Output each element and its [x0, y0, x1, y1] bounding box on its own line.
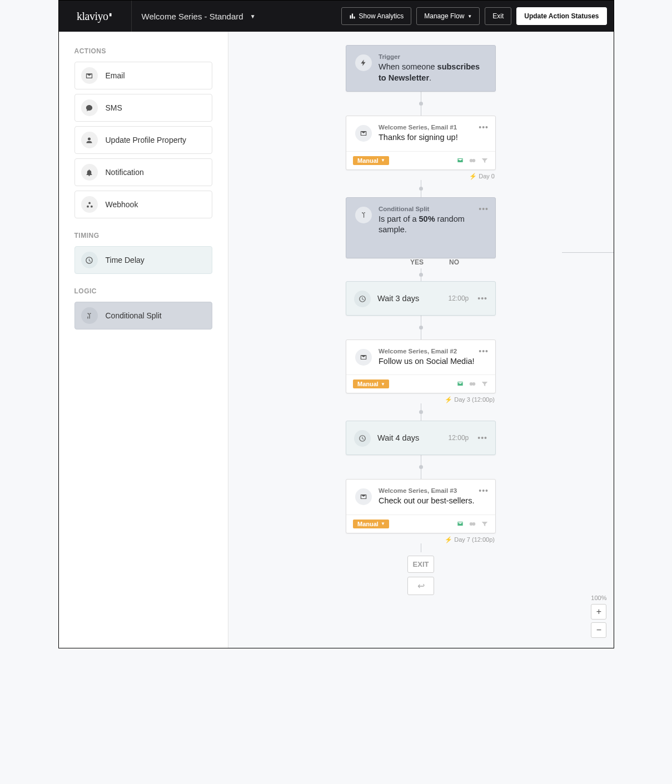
palette-conditional-split-label: Conditional Split [106, 311, 162, 320]
split-tag: Conditional Split [379, 206, 485, 212]
svg-point-8 [472, 522, 475, 526]
card-menu-button[interactable]: ••• [477, 433, 487, 442]
bell-icon [81, 164, 98, 181]
email-icon [355, 125, 372, 142]
zoom-controls: 100% + − [591, 595, 606, 638]
ab-test-icon [469, 157, 476, 164]
card-menu-button[interactable]: ••• [479, 123, 489, 132]
update-statuses-label: Update Action Statuses [524, 12, 599, 20]
time-delay-card-1[interactable]: Wait 3 days 12:00p ••• [346, 281, 496, 316]
card-menu-button[interactable]: ••• [479, 347, 489, 356]
webhook-icon [81, 196, 98, 213]
card-menu-button[interactable]: ••• [479, 486, 489, 495]
split-text: Is part of a 50% random sample. [379, 214, 485, 236]
split-icon [81, 307, 98, 324]
email3-tag: Welcome Series, Email #3 [379, 487, 474, 494]
zoom-level: 100% [591, 595, 606, 601]
manage-flow-button[interactable]: Manage Flow ▼ [416, 7, 480, 25]
palette-sms-label: SMS [106, 103, 122, 112]
svg-rect-0 [350, 16, 351, 19]
yes-label: YES [410, 258, 424, 266]
palette-notification-label: Notification [106, 168, 144, 177]
exit-button[interactable]: Exit [485, 7, 511, 25]
filter-icon [481, 520, 489, 528]
manage-flow-label: Manage Flow [424, 12, 464, 20]
palette-sidebar: ACTIONS Email SMS Update Profile Propert… [59, 32, 228, 648]
trigger-card[interactable]: Trigger When someone subscribes to Newsl… [346, 45, 496, 92]
svg-rect-1 [351, 14, 352, 19]
no-label: NO [449, 258, 459, 266]
wait2-text: Wait 4 days [377, 433, 442, 442]
email2-status-badge[interactable]: Manual▼ [353, 379, 389, 388]
palette-email[interactable]: Email [74, 62, 212, 89]
chevron-down-icon: ▼ [381, 521, 385, 526]
wait1-time: 12:00p [449, 294, 469, 302]
email2-day-note: ⚡ Day 3 (12:00p) [346, 396, 495, 403]
svg-point-6 [472, 382, 475, 386]
email2-text: Follow us on Social Media! [379, 356, 474, 367]
card-menu-button[interactable]: ••• [477, 294, 487, 303]
email1-text: Thanks for signing up! [379, 132, 458, 143]
palette-notification[interactable]: Notification [74, 158, 212, 186]
email3-status-badge[interactable]: Manual▼ [353, 520, 389, 528]
palette-update-profile-label: Update Profile Property [106, 136, 187, 144]
card-menu-button[interactable]: ••• [479, 204, 489, 213]
clock-icon [354, 291, 371, 307]
chevron-down-icon: ▼ [381, 382, 385, 387]
time-delay-card-2[interactable]: Wait 4 days 12:00p ••• [346, 421, 496, 455]
email1-tag: Welcome Series, Email #1 [379, 124, 458, 131]
zoom-out-button[interactable]: − [591, 622, 606, 638]
clock-icon [81, 252, 98, 268]
lightning-icon [355, 54, 372, 71]
email2-tag: Welcome Series, Email #2 [379, 348, 474, 354]
palette-sms[interactable]: SMS [74, 94, 212, 122]
brand-logo[interactable]: klaviyo▘ [59, 1, 132, 32]
email-card-2[interactable]: ••• Welcome Series, Email #2 Follow us o… [346, 339, 496, 394]
timing-heading: TIMING [74, 232, 212, 239]
card-footer-icons [456, 157, 489, 164]
palette-update-profile[interactable]: Update Profile Property [74, 126, 212, 154]
update-action-statuses-button[interactable]: Update Action Statuses [516, 7, 606, 25]
email-card-3[interactable]: ••• Welcome Series, Email #3 Check out o… [346, 479, 496, 533]
filter-icon [481, 157, 489, 164]
ab-test-icon [469, 380, 476, 388]
zoom-in-button[interactable]: + [591, 604, 606, 620]
email1-status-badge[interactable]: Manual▼ [353, 156, 389, 165]
chevron-down-icon: ▼ [381, 158, 385, 163]
exit-label: Exit [492, 12, 504, 20]
chevron-down-icon: ▼ [250, 13, 256, 19]
sms-icon [81, 99, 98, 116]
chevron-down-icon: ▼ [467, 14, 472, 19]
palette-time-delay[interactable]: Time Delay [74, 246, 212, 274]
email-icon [355, 349, 372, 366]
app-frame: klaviyo▘ Welcome Series - Standard ▼ Sho… [58, 0, 614, 648]
split-labels: YES NO [346, 258, 496, 268]
trigger-tag: Trigger [379, 53, 485, 60]
actions-heading: ACTIONS [74, 47, 212, 55]
connector-line [562, 252, 614, 253]
flow-canvas[interactable]: Trigger When someone subscribes to Newsl… [228, 32, 614, 648]
card-footer-icons [456, 520, 489, 528]
flow-title-dropdown[interactable]: Welcome Series - Standard ▼ [132, 12, 266, 21]
trigger-text: When someone subscribes to Newsletter. [379, 62, 485, 83]
exit-node-yes[interactable]: EXIT [407, 556, 434, 573]
palette-webhook[interactable]: Webhook [74, 191, 212, 218]
ab-test-icon [469, 520, 476, 528]
topbar: klaviyo▘ Welcome Series - Standard ▼ Sho… [59, 1, 614, 32]
show-analytics-label: Show Analytics [359, 12, 404, 20]
smart-send-icon [456, 520, 464, 528]
conditional-split-card[interactable]: ••• Conditional Split Is part of a 50% r… [346, 197, 496, 258]
palette-time-delay-label: Time Delay [106, 256, 145, 264]
split-icon [355, 207, 372, 223]
clock-icon [354, 430, 371, 447]
email-card-1[interactable]: ••• Welcome Series, Email #1 Thanks for … [346, 116, 496, 170]
reconnect-node-yes[interactable]: ↩ [407, 577, 434, 595]
logic-heading: LOGIC [74, 287, 212, 295]
smart-send-icon [456, 380, 464, 388]
palette-conditional-split[interactable]: Conditional Split [74, 302, 212, 329]
show-analytics-button[interactable]: Show Analytics [341, 7, 412, 25]
email-icon [355, 488, 372, 505]
flow-title-text: Welcome Series - Standard [142, 12, 243, 21]
svg-point-4 [472, 159, 475, 162]
bar-chart-icon [349, 13, 356, 19]
